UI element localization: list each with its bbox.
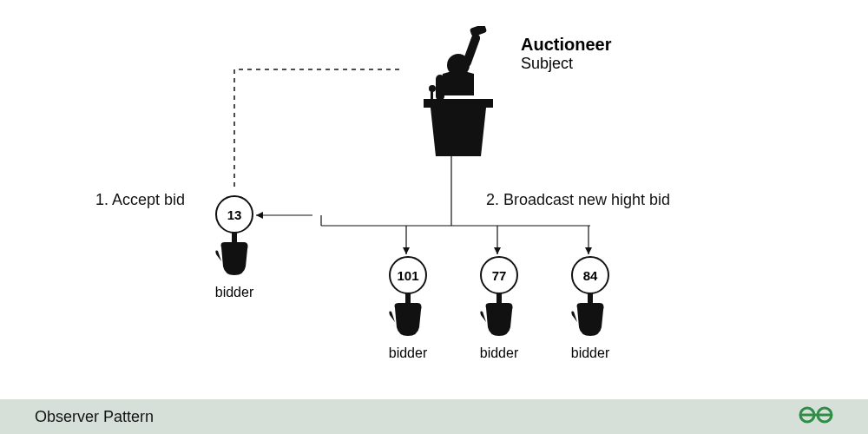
svg-rect-7 [436, 75, 444, 101]
hand-icon [569, 293, 612, 340]
bid-number: 101 [397, 268, 418, 283]
svg-rect-11 [232, 232, 237, 244]
svg-rect-13 [496, 293, 502, 305]
bid-paddle: 13 [215, 195, 253, 233]
diagram-canvas: Auctioneer Subject 1. Accept bid 2. Broa… [0, 0, 868, 399]
svg-rect-14 [588, 293, 593, 305]
bidder-1: 13 bidder [213, 195, 256, 300]
footer-title: Observer Pattern [35, 408, 154, 426]
svg-marker-1 [403, 247, 410, 254]
bid-number: 77 [492, 268, 507, 283]
auctioneer-title: Auctioneer [521, 35, 611, 55]
svg-marker-2 [494, 247, 501, 254]
bidder-3: 77 bidder [477, 256, 521, 361]
svg-marker-3 [585, 247, 592, 254]
bid-paddle: 101 [389, 256, 427, 294]
svg-rect-12 [405, 293, 411, 305]
bid-paddle: 77 [480, 256, 518, 294]
bidder-4: 84 bidder [569, 256, 612, 361]
svg-rect-10 [424, 99, 493, 108]
brand-logo [799, 404, 833, 430]
auctioneer-subtitle: Subject [521, 55, 611, 73]
step-1-label: 1. Accept bid [95, 191, 185, 209]
bidder-label: bidder [569, 345, 612, 361]
geeksforgeeks-icon [799, 404, 833, 425]
bidder-2: 101 bidder [386, 256, 430, 361]
bid-number: 13 [227, 207, 242, 222]
bidder-label: bidder [213, 285, 256, 300]
bid-paddle: 84 [571, 256, 609, 294]
auctioneer-figure [399, 26, 503, 160]
auctioneer-icon [399, 26, 503, 156]
auctioneer-label: Auctioneer Subject [521, 35, 611, 73]
svg-marker-0 [256, 212, 263, 219]
bidder-label: bidder [386, 345, 430, 361]
bid-number: 84 [583, 268, 598, 283]
hand-icon [386, 293, 430, 340]
hand-icon [477, 293, 521, 340]
step-2-label: 2. Broadcast new hight bid [486, 191, 670, 209]
footer-bar: Observer Pattern [0, 399, 868, 434]
hand-icon [213, 232, 256, 279]
bidder-label: bidder [477, 345, 521, 361]
